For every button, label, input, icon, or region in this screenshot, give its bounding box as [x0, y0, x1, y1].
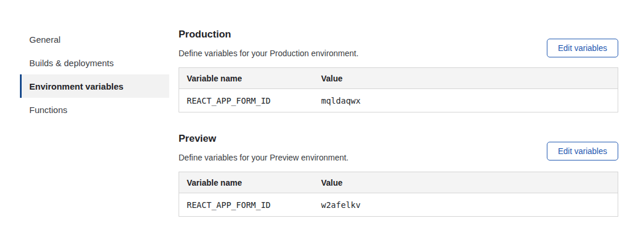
variable-value-cell: w2afelkv [314, 193, 618, 217]
variable-name-cell: REACT_APP_FORM_ID [179, 89, 314, 112]
sidebar-item-label: General [29, 35, 60, 45]
sidebar-item-functions[interactable]: Functions [20, 98, 169, 121]
table-row: REACT_APP_FORM_ID mqldaqwx [179, 89, 618, 112]
variables-table: Variable name Value REACT_APP_FORM_ID w2… [179, 172, 618, 217]
variables-table: Variable name Value REACT_APP_FORM_ID mq… [179, 67, 618, 112]
edit-variables-button[interactable]: Edit variables [547, 142, 618, 160]
variable-value-cell: mqldaqwx [314, 89, 618, 112]
table-row: REACT_APP_FORM_ID w2afelkv [179, 193, 618, 217]
section-description: Define variables for your Production env… [179, 48, 358, 59]
sidebar-item-label: Environment variables [29, 81, 124, 91]
sidebar-item-label: Builds & deployments [29, 58, 114, 68]
column-header-variable-name: Variable name [179, 68, 314, 89]
section-description: Define variables for your Preview enviro… [179, 152, 348, 163]
column-header-value: Value [314, 68, 618, 89]
environment-variables-settings-page: { "sidebar": { "items": [ { "label": "Ge… [0, 0, 644, 246]
column-header-value: Value [314, 172, 618, 193]
preview-section: Preview Define variables for your Previe… [179, 132, 618, 145]
sidebar-item-environment-variables[interactable]: Environment variables [20, 74, 169, 98]
edit-variables-button[interactable]: Edit variables [547, 39, 618, 57]
variable-name-cell: REACT_APP_FORM_ID [179, 193, 314, 217]
table-header-row: Variable name Value [179, 68, 618, 89]
table-header-row: Variable name Value [179, 172, 618, 193]
settings-sidebar: General Builds & deployments Environment… [20, 28, 169, 121]
sidebar-item-label: Functions [29, 105, 67, 115]
sidebar-item-builds-deployments[interactable]: Builds & deployments [20, 51, 169, 74]
production-section: Production Define variables for your Pro… [179, 28, 618, 41]
sidebar-item-general[interactable]: General [20, 28, 169, 51]
column-header-variable-name: Variable name [179, 172, 314, 193]
